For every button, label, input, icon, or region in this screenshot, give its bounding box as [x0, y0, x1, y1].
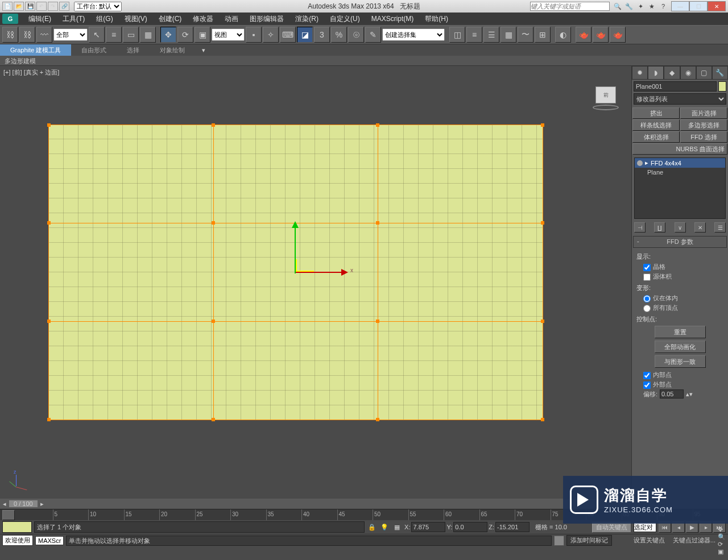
layer-manager-icon[interactable]: ☰: [483, 27, 499, 43]
workspace-selector[interactable]: 工作台: 默认: [74, 2, 122, 11]
named-selection-set[interactable]: 创建选择集: [382, 28, 445, 41]
key-icon[interactable]: 🔧: [624, 2, 634, 11]
close-button[interactable]: ✕: [708, 1, 726, 11]
redo-icon[interactable]: ↷: [48, 2, 58, 11]
menu-help[interactable]: 帮助(H): [419, 13, 454, 25]
gizmo-x-axis[interactable]: [296, 272, 347, 273]
tab-objectpaint[interactable]: 对象绘制: [150, 44, 195, 56]
binoculars-icon[interactable]: 🔍: [613, 2, 622, 11]
window-crossing-icon[interactable]: ▦: [140, 27, 156, 43]
z-coord-input[interactable]: [495, 522, 530, 532]
schematic-view-icon[interactable]: ⊞: [535, 27, 551, 43]
exchange-icon[interactable]: ✦: [636, 2, 645, 11]
frame-indicator[interactable]: 0 / 100: [9, 500, 38, 507]
y-coord-input[interactable]: [453, 522, 487, 532]
motion-tab-icon[interactable]: ◉: [680, 66, 696, 80]
viewcube-face[interactable]: 前: [595, 86, 616, 103]
time-tag-icon[interactable]: [554, 536, 564, 546]
max-viewport-icon[interactable]: ▣: [718, 548, 726, 555]
menu-customize[interactable]: 自定义(U): [324, 13, 366, 25]
rotate-icon[interactable]: ⟳: [177, 27, 193, 43]
menu-group[interactable]: 组(G): [90, 13, 118, 25]
link-icon[interactable]: 🔗: [59, 2, 69, 11]
reset-button[interactable]: 重置: [655, 326, 706, 338]
minimize-button[interactable]: —: [671, 1, 689, 11]
manipulate-icon[interactable]: ✧: [263, 27, 279, 43]
tab-freeform[interactable]: 自由形式: [71, 44, 117, 56]
ffd-rollout-header[interactable]: FFD 参数: [633, 236, 727, 248]
modifier-list-dropdown[interactable]: 修改器列表: [634, 93, 726, 105]
remove-modifier-icon[interactable]: ✕: [694, 222, 706, 233]
menu-grapheditors[interactable]: 图形编辑器: [244, 13, 289, 25]
welcome-label[interactable]: 欢迎使用: [2, 535, 33, 546]
select-icon[interactable]: ↖: [89, 27, 105, 43]
help-search[interactable]: [530, 2, 610, 11]
search-input[interactable]: [530, 2, 610, 11]
viewport-front[interactable]: x z 前: [0, 66, 631, 499]
menu-maxscript[interactable]: MAXScript(M): [366, 13, 420, 25]
edit-named-sel-icon[interactable]: ✎: [365, 27, 381, 43]
conform-button[interactable]: 与图形一致: [655, 355, 706, 368]
offset-spinner[interactable]: [660, 389, 684, 399]
pan-icon[interactable]: ✥: [718, 526, 726, 533]
spinner-arrows-icon[interactable]: ▴▾: [686, 391, 693, 398]
move-icon[interactable]: ✥: [160, 27, 176, 43]
link-icon[interactable]: ⛓: [2, 27, 18, 43]
menu-tools[interactable]: 工具(T): [57, 13, 90, 25]
hierarchy-tab-icon[interactable]: ◆: [664, 66, 680, 80]
source-volume-checkbox[interactable]: 源体积: [636, 272, 723, 281]
modify-tab-icon[interactable]: ◗: [648, 66, 664, 80]
bulb-icon[interactable]: [637, 160, 643, 166]
percent-snap-icon[interactable]: %: [331, 27, 347, 43]
stack-plane-item[interactable]: Plane: [635, 168, 725, 177]
material-editor-icon[interactable]: ◐: [555, 27, 571, 43]
tab-graphite[interactable]: Graphite 建模工具: [0, 44, 71, 56]
show-end-result-icon[interactable]: ∐: [654, 222, 665, 233]
extrude-button[interactable]: 挤出: [632, 107, 680, 119]
spline-select-button[interactable]: 样条线选择: [632, 119, 680, 131]
orbit-icon[interactable]: ⟳: [718, 541, 726, 548]
in-volume-radio[interactable]: 仅在体内: [636, 293, 723, 303]
pivot-center-icon[interactable]: ▪: [246, 27, 262, 43]
maximize-button[interactable]: ☐: [689, 1, 708, 11]
scale-icon[interactable]: ▣: [195, 27, 210, 43]
object-color-swatch[interactable]: [718, 81, 726, 92]
angle-snap-icon[interactable]: 3: [314, 27, 330, 43]
ribbon-panel-polymodel[interactable]: 多边形建模: [0, 56, 40, 66]
menu-views[interactable]: 视图(V): [119, 13, 153, 25]
display-tab-icon[interactable]: ▢: [696, 66, 712, 80]
undo-icon[interactable]: ↶: [36, 2, 47, 11]
app-menu-icon[interactable]: G: [2, 14, 18, 24]
render-frame-icon[interactable]: 🫖: [593, 27, 609, 43]
menu-animation[interactable]: 动画: [219, 13, 244, 25]
bind-spacewarp-icon[interactable]: 〰: [36, 27, 52, 43]
patch-select-button[interactable]: 面片选择: [680, 107, 727, 119]
pin-stack-icon[interactable]: ⊣: [634, 222, 646, 233]
prev-frame-icon[interactable]: ◂: [0, 500, 9, 508]
graphite-toggle-icon[interactable]: ▦: [500, 27, 516, 43]
lattice-checkbox[interactable]: 晶格: [636, 262, 723, 272]
ffd-select-button[interactable]: FFD 选择: [680, 131, 727, 143]
curve-editor-icon[interactable]: 〜: [518, 27, 533, 43]
save-icon[interactable]: 💾: [25, 2, 35, 11]
menu-modifiers[interactable]: 修改器: [187, 13, 219, 25]
object-name-input[interactable]: [634, 81, 717, 92]
render-setup-icon[interactable]: 🫖: [576, 27, 592, 43]
viewport-label[interactable]: [+] [前] [真实 + 边面]: [3, 68, 59, 77]
lock-selection-icon[interactable]: 🔒: [367, 524, 377, 531]
unlink-icon[interactable]: ⛓: [19, 27, 35, 43]
adaptive-degrad-icon[interactable]: ▦: [392, 524, 402, 531]
selected-color-swatch[interactable]: [2, 521, 32, 533]
menu-edit[interactable]: 编辑(E): [23, 13, 57, 25]
create-tab-icon[interactable]: ✹: [632, 66, 648, 80]
animate-all-button[interactable]: 全部动画化: [655, 341, 706, 353]
zoom-icon[interactable]: 🔍: [718, 533, 726, 541]
isolate-icon[interactable]: 💡: [379, 524, 390, 531]
select-by-name-icon[interactable]: ≡: [106, 27, 122, 43]
utilities-tab-icon[interactable]: 🔧: [712, 66, 728, 80]
gizmo-plane-handle[interactable]: [296, 259, 314, 272]
key-mode-toggle-icon[interactable]: [2, 510, 15, 520]
configure-sets-icon[interactable]: ☰: [714, 222, 726, 233]
poly-select-button[interactable]: 多边形选择: [680, 119, 727, 131]
outside-points-checkbox[interactable]: 外部点: [636, 380, 723, 389]
